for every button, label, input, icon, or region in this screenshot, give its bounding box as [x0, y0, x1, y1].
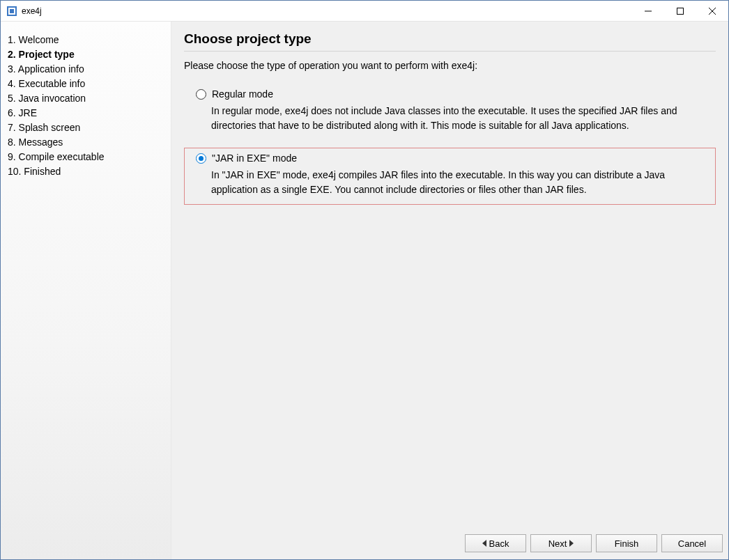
arrow-right-icon [569, 540, 574, 547]
close-icon [709, 8, 716, 15]
sidebar-step-2[interactable]: 2. Project type [1, 47, 171, 62]
main-panel: Choose project type Please choose the ty… [171, 22, 728, 559]
window-title: exe4j [22, 6, 632, 16]
app-icon [6, 6, 17, 17]
sidebar-step-4[interactable]: 4. Executable info [1, 77, 171, 91]
maximize-icon [677, 8, 684, 15]
sidebar-step-3[interactable]: 3. Application info [1, 62, 171, 77]
maximize-button[interactable] [664, 1, 696, 21]
option-desc-0: In regular mode, exe4j does not include … [211, 104, 708, 133]
radio-dot-icon [199, 156, 204, 161]
svg-rect-2 [10, 9, 14, 13]
next-button[interactable]: Next [530, 534, 592, 552]
option-head-1[interactable]: "JAR in EXE" mode [196, 153, 708, 164]
wizard-sidebar: 1. Welcome2. Project type3. Application … [1, 22, 171, 559]
button-bar: Back Next Finish Cancel [171, 531, 728, 559]
sidebar-step-8[interactable]: 8. Messages [1, 135, 171, 150]
finish-button-label: Finish [615, 538, 639, 549]
cancel-button-label: Cancel [678, 538, 706, 549]
radio-1[interactable] [196, 153, 206, 164]
arrow-left-icon [482, 540, 486, 547]
finish-button[interactable]: Finish [596, 534, 657, 552]
option-label-1: "JAR in EXE" mode [212, 153, 297, 164]
option-block-0: Regular modeIn regular mode, exe4j does … [184, 84, 716, 141]
option-head-0[interactable]: Regular mode [196, 88, 708, 100]
sidebar-watermark: exe4j [130, 558, 168, 559]
sidebar-step-9[interactable]: 9. Compile executable [1, 150, 171, 164]
close-button[interactable] [696, 1, 728, 21]
page-intro: Please choose the type of operation you … [184, 60, 716, 71]
svg-rect-4 [677, 8, 684, 14]
page-title: Choose project type [184, 31, 716, 52]
sidebar-step-1[interactable]: 1. Welcome [1, 33, 171, 47]
window-controls [632, 1, 728, 21]
back-button-label: Back [489, 538, 509, 549]
sidebar-step-10[interactable]: 10. Finished [1, 164, 171, 179]
content-area: Choose project type Please choose the ty… [171, 22, 728, 531]
titlebar: exe4j [1, 1, 728, 22]
window-body: 1. Welcome2. Project type3. Application … [1, 22, 728, 559]
minimize-icon [645, 8, 652, 15]
sidebar-step-7[interactable]: 7. Splash screen [1, 120, 171, 135]
next-button-label: Next [548, 538, 567, 549]
radio-0[interactable] [196, 89, 206, 100]
option-label-0: Regular mode [212, 88, 273, 100]
option-block-1: "JAR in EXE" modeIn "JAR in EXE" mode, e… [184, 148, 716, 205]
minimize-button[interactable] [632, 1, 664, 21]
sidebar-step-6[interactable]: 6. JRE [1, 106, 171, 120]
back-button[interactable]: Back [465, 534, 526, 552]
sidebar-step-5[interactable]: 5. Java invocation [1, 91, 171, 106]
option-desc-1: In "JAR in EXE" mode, exe4j compiles JAR… [211, 168, 708, 197]
app-window: exe4j 1. Welcome2. Project type3. Applic… [0, 0, 729, 560]
cancel-button[interactable]: Cancel [661, 534, 723, 552]
